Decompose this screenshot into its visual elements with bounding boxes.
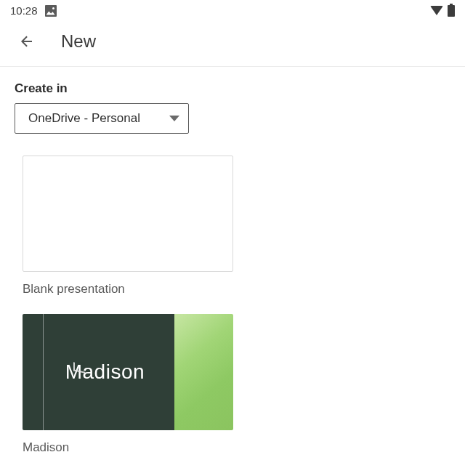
template-blank-label: Blank presentation [23,282,227,297]
page-title: New [61,31,96,52]
battery-icon [448,5,455,17]
status-bar: 10:28 [0,0,465,20]
template-madison-label: Madison [23,440,227,455]
dropdown-selected: OneDrive - Personal [28,111,140,126]
chevron-down-icon [169,116,179,121]
template-list: Blank presentation Madison Madison [15,156,450,455]
madison-rule [43,314,44,430]
create-in-dropdown[interactable]: OneDrive - Personal [15,103,189,134]
madison-right-panel [174,314,233,430]
content: Create in OneDrive - Personal Blank pres… [0,67,465,455]
wifi-icon [430,6,443,15]
madison-left-panel: Madison [23,314,174,430]
template-madison: Madison Madison [15,314,227,455]
arrow-left-icon [18,33,36,50]
status-left: 10:28 [10,4,57,17]
template-madison-thumbnail[interactable]: Madison [23,314,233,430]
back-button[interactable] [17,32,36,51]
template-blank-thumbnail[interactable] [23,156,233,272]
status-right [430,5,455,17]
create-in-label: Create in [15,81,450,96]
picture-icon [45,5,57,17]
status-time: 10:28 [10,4,38,17]
template-blank: Blank presentation [15,156,227,297]
app-bar: New [0,20,465,67]
